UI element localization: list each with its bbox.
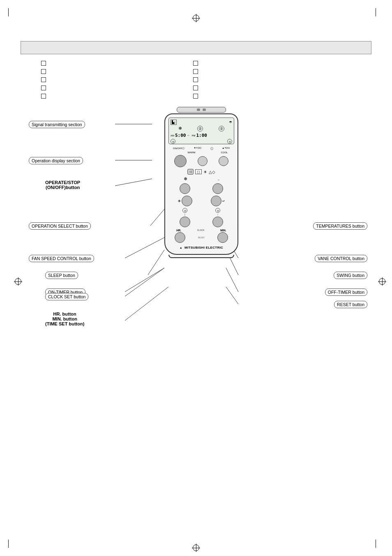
signal-transmitting-label: Signal transmitting section: [29, 121, 85, 128]
svg-line-7: [125, 268, 164, 296]
hr-min-label: HR. button MIN. button (TIME SET button): [45, 311, 84, 326]
checklist-left: [41, 61, 48, 102]
on-timer-button[interactable]: [180, 217, 190, 227]
vane-control-label: VANE CONTROL button: [315, 255, 367, 262]
brand-label: ▲ MITSUBISHI ELECTRIC: [168, 245, 234, 251]
corner-mark-br: [376, 540, 384, 548]
checklist-right: [193, 61, 201, 102]
too-warm-button[interactable]: [198, 156, 208, 166]
svg-line-6: [125, 268, 164, 292]
off-timer-label: OFF-TIMER button: [325, 288, 367, 296]
corner-mark-bl: [8, 540, 16, 548]
fan-speed-label: FAN SPEED CONTROL button: [29, 255, 94, 262]
svg-line-4: [125, 238, 164, 258]
svg-line-13: [226, 287, 238, 304]
swing-button[interactable]: [211, 196, 221, 206]
sleep-label: SLEEP button: [45, 272, 78, 279]
remote-body: ▙| ☂ ❄ ② ② AM 5:00 ← PM 1:00: [164, 113, 238, 255]
header-box: [21, 41, 371, 54]
off-timer-button[interactable]: [212, 217, 223, 227]
min-button[interactable]: [217, 232, 228, 243]
operation-select-label: OPERATION SELECT button: [29, 222, 91, 230]
operation-display-label: Operation display section: [29, 157, 83, 164]
remote-control: ▙| ☂ ❄ ② ② AM 5:00 ← PM 1:00: [160, 107, 242, 258]
corner-mark-tl: [8, 8, 16, 16]
hr-button[interactable]: [175, 232, 185, 243]
svg-line-8: [125, 287, 168, 321]
corner-mark-tr: [376, 8, 384, 16]
signal-transmitter: [177, 107, 226, 113]
reset-label: RESET button: [334, 301, 367, 308]
clock-set-label: CLOCK SET button: [45, 293, 88, 300]
temperatures-label: TEMPERATURES button: [313, 222, 367, 230]
svg-line-12: [226, 268, 238, 292]
too-cool-button[interactable]: [219, 156, 228, 166]
swing-label: SWING button: [334, 272, 367, 279]
operate-stop-label: OPERATE/STOP (ON/OFF)button: [45, 180, 80, 190]
on-off-button[interactable]: [174, 155, 187, 167]
remote-display: ▙| ☂ ❄ ② ② AM 5:00 ← PM 1:00: [168, 118, 234, 144]
fan-speed-button[interactable]: [180, 183, 190, 194]
vane-control-button[interactable]: [212, 183, 223, 194]
sleep-button[interactable]: [182, 196, 192, 206]
svg-line-2: [115, 179, 152, 186]
